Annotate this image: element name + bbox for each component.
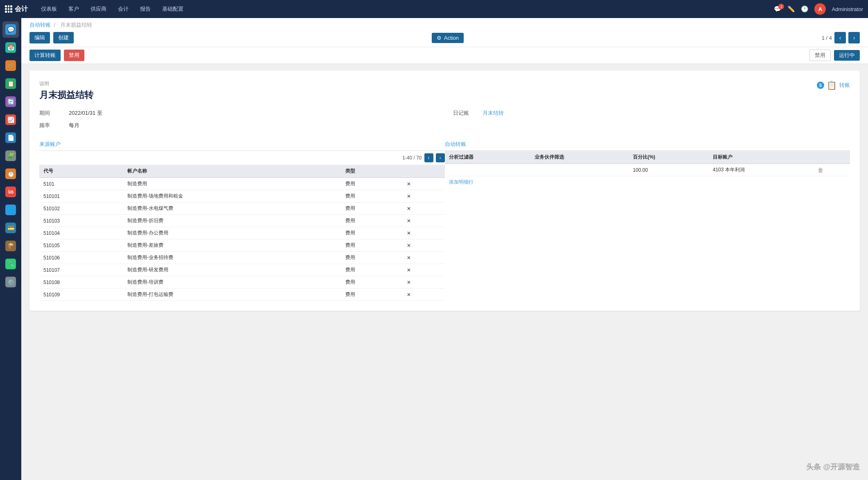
breadcrumb-parent[interactable]: 自动转账 <box>29 22 51 28</box>
modules-sidebar-icon: 🧩 <box>5 150 16 161</box>
col-action <box>403 165 444 178</box>
table-row: 510107 制造费用-研发费用 费用 ✕ <box>39 264 445 276</box>
cell-name: 制造费用-研发费用 <box>123 264 341 276</box>
status-inactive-button[interactable]: 禁用 <box>809 50 831 61</box>
auto-table-header-row: 分析过滤器 业务伙伴筛选 百分比(%) 目标账户 <box>445 151 850 164</box>
sidebar-item-docs[interactable]: 📄 <box>2 130 19 146</box>
cell-name: 制造费用-办公费用 <box>123 227 341 239</box>
cell-x[interactable]: ✕ <box>403 227 444 239</box>
cell-code: 510104 <box>39 227 123 239</box>
sidebar-item-payment[interactable]: 💳 <box>2 220 19 236</box>
source-next-btn[interactable]: › <box>436 153 445 162</box>
cell-x[interactable]: ✕ <box>403 215 444 227</box>
sidebar-item-web[interactable]: 🌐 <box>2 202 19 218</box>
col-code: 代号 <box>39 165 123 178</box>
period-label: 期间 <box>39 109 64 117</box>
inventory-sidebar-icon: 📦 <box>5 241 16 251</box>
messages-icon[interactable]: 💬 1 <box>774 5 782 13</box>
main-content: 自动转账 / 月末损益结转 编辑 创建 ⚙ Action 1 / 4 ‹ › <box>21 18 868 480</box>
transfers-count: 5 <box>817 82 824 89</box>
cell-type: 费用 <box>341 227 403 239</box>
create-button[interactable]: 创建 <box>53 32 74 43</box>
calendar-sidebar-icon: 📅 <box>5 42 16 53</box>
section-label: 说明 <box>39 80 850 87</box>
next-page-button[interactable]: › <box>848 32 860 43</box>
sidebar-item-modules[interactable]: 🧩 <box>2 148 19 164</box>
nav-accounting[interactable]: 会计 <box>113 3 134 15</box>
sidebar-item-tasks[interactable]: 📋 <box>2 75 19 92</box>
edit-button[interactable]: 编辑 <box>29 32 50 43</box>
page-header: 自动转账 / 月末损益结转 编辑 创建 ⚙ Action 1 / 4 ‹ › <box>21 18 868 47</box>
table-row: 510109 制造费用-打包运输费 费用 ✕ <box>39 289 445 301</box>
grid-icon <box>5 5 12 13</box>
source-table: 代号 帐户名称 类型 5101 制造费用 费用 ✕ 510101 制造费用-场地… <box>39 165 445 301</box>
nav-config[interactable]: 基础配置 <box>157 3 188 15</box>
cell-x[interactable]: ✕ <box>403 178 444 190</box>
status-active-button[interactable]: 运行中 <box>834 50 860 61</box>
nav-reports[interactable]: 报告 <box>135 3 156 15</box>
prev-page-button[interactable]: ‹ <box>834 32 846 43</box>
cell-delete[interactable]: 🗑 <box>814 164 850 176</box>
cell-x[interactable]: ✕ <box>403 276 444 289</box>
nav-customers[interactable]: 客户 <box>63 3 84 15</box>
transfers-label: 转账 <box>839 82 850 89</box>
col-partner: 业务伙伴筛选 <box>530 151 629 164</box>
avatar[interactable]: A <box>814 3 826 15</box>
cell-code: 510107 <box>39 264 123 276</box>
sidebar-item-charts[interactable]: 📈 <box>2 111 19 128</box>
sidebar-item-inventory[interactable]: 📦 <box>2 238 19 254</box>
cell-x[interactable]: ✕ <box>403 289 444 301</box>
card-title: 月末损益结转 <box>39 89 850 101</box>
nav-dashboard[interactable]: 仪表板 <box>36 3 62 15</box>
cell-type: 费用 <box>341 239 403 252</box>
compute-button[interactable]: 计算转账 <box>29 50 61 61</box>
cell-x[interactable]: ✕ <box>403 190 444 202</box>
document-icon: 📋 <box>827 80 837 90</box>
tables-section: 来源账户 1-40 / 70 ‹ › 代号 帐户名称 <box>39 137 850 301</box>
table-row: 510106 制造费用-业务招待费 费用 ✕ <box>39 252 445 264</box>
action-button[interactable]: ⚙ Action <box>432 33 464 43</box>
breadcrumb: 自动转账 / 月末损益结转 <box>29 21 860 29</box>
sidebar-item-help[interactable]: 🆘 <box>2 184 19 200</box>
add-row-link[interactable]: 添加明细行 <box>445 176 478 188</box>
docs-sidebar-icon: 📄 <box>5 132 16 143</box>
auto-table-section: 自动转账 分析过滤器 业务伙伴筛选 百分比(%) 目标账户 <box>445 137 850 301</box>
cell-type: 费用 <box>341 264 403 276</box>
shop-sidebar-icon: 🛒 <box>5 60 16 71</box>
sidebar-item-tools[interactable]: 🔧 <box>2 256 19 272</box>
clock-icon[interactable]: 🕐 <box>801 5 809 13</box>
cell-x[interactable]: ✕ <box>403 239 444 252</box>
sidebar-item-timer[interactable]: ⏱️ <box>2 166 19 182</box>
user-name[interactable]: Administrator <box>832 6 863 12</box>
sidebar-item-sync[interactable]: 🔄 <box>2 93 19 110</box>
auto-table-header: 自动转账 <box>445 137 850 151</box>
source-prev-btn[interactable]: ‹ <box>424 153 433 162</box>
col-name: 帐户名称 <box>123 165 341 178</box>
cell-code: 510108 <box>39 276 123 289</box>
app-logo[interactable]: 会计 <box>5 5 28 14</box>
breadcrumb-current: 月末损益结转 <box>60 22 92 28</box>
main-card: 5 📋 转账 说明 月末损益结转 期间 2022/01/31 至 日记账 月末结… <box>29 71 860 311</box>
sidebar-item-shop[interactable]: 🛒 <box>2 57 19 74</box>
cell-x[interactable]: ✕ <box>403 202 444 215</box>
cell-name: 制造费用-培训费 <box>123 276 341 289</box>
sidebar: 💬 📅 🛒 📋 🔄 📈 📄 🧩 ⏱️ 🆘 🌐 <box>0 18 21 480</box>
main-toolbar: 编辑 创建 ⚙ Action 1 / 4 ‹ › <box>29 32 860 43</box>
breadcrumb-separator: / <box>54 22 56 28</box>
edit-icon[interactable]: ✏️ <box>787 5 795 13</box>
sidebar-item-settings[interactable]: ⚙️ <box>2 274 19 290</box>
cell-account: 4103 本年利润 <box>709 164 814 176</box>
cell-type: 费用 <box>341 252 403 264</box>
sidebar-item-messages[interactable]: 💬 <box>2 21 19 38</box>
nav-suppliers[interactable]: 供应商 <box>86 3 111 15</box>
tasks-sidebar-icon: 📋 <box>5 78 16 89</box>
transfers-badge-area[interactable]: 5 📋 转账 <box>817 80 850 90</box>
disable-button[interactable]: 禁用 <box>64 50 84 61</box>
cell-name: 制造费用-折旧费 <box>123 215 341 227</box>
auto-table: 分析过滤器 业务伙伴筛选 百分比(%) 目标账户 100.00 4103 本年 <box>445 151 850 176</box>
cell-x[interactable]: ✕ <box>403 264 444 276</box>
sidebar-item-calendar[interactable]: 📅 <box>2 39 19 56</box>
journal-value[interactable]: 月末结转 <box>483 109 504 117</box>
timer-sidebar-icon: ⏱️ <box>5 168 16 179</box>
cell-x[interactable]: ✕ <box>403 252 444 264</box>
